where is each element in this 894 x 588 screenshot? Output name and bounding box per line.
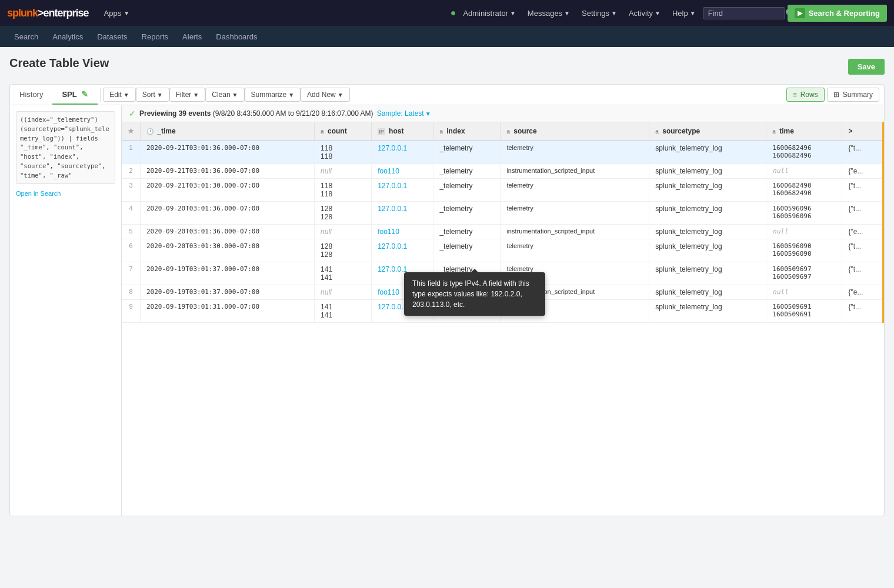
cell-time2: 16006824901600682490 bbox=[766, 179, 842, 202]
clean-chevron-icon: ▼ bbox=[232, 92, 238, 98]
summary-view-button[interactable]: ⊞ Summary bbox=[827, 88, 879, 102]
apps-label: Apps bbox=[104, 9, 122, 18]
summary-grid-icon: ⊞ bbox=[833, 91, 839, 99]
cell-time: 2020-09-21T03:01:36.000-07:00 bbox=[141, 141, 315, 164]
alpha-icon-source: a bbox=[506, 128, 510, 135]
pencil-icon: ✎ bbox=[81, 89, 88, 99]
clean-label: Clean bbox=[212, 91, 230, 99]
nav-analytics[interactable]: Analytics bbox=[45, 28, 90, 46]
cell-index: _telemetry bbox=[433, 225, 501, 239]
help-menu[interactable]: Help ▼ bbox=[668, 6, 700, 20]
nav-search[interactable]: Search bbox=[7, 28, 45, 46]
cell-source: telemetry bbox=[501, 202, 649, 225]
admin-chevron-icon: ▼ bbox=[510, 10, 516, 16]
cell-raw: {"t... bbox=[842, 262, 883, 285]
cell-host: 127.0.0.1 bbox=[372, 141, 433, 164]
row-number: 3 bbox=[122, 179, 141, 202]
cell-time2: 16005096971600509697 bbox=[766, 262, 842, 285]
cell-host: foo110 bbox=[372, 225, 433, 239]
find-box[interactable]: Find 🔍 bbox=[703, 7, 785, 19]
cell-index: _telemetry bbox=[433, 202, 501, 225]
cell-sourcetype: splunk_telemetry_log bbox=[649, 179, 766, 202]
second-nav: Search Analytics Datasets Reports Alerts… bbox=[0, 26, 894, 47]
tab-spl[interactable]: SPL ✎ bbox=[52, 85, 98, 105]
settings-menu[interactable]: Settings ▼ bbox=[577, 6, 622, 20]
table-row: 12020-09-21T03:01:36.000-07:00118118127.… bbox=[122, 141, 883, 164]
col-host-label: host bbox=[389, 127, 403, 135]
cell-sourcetype: splunk_telemetry_log bbox=[649, 300, 766, 323]
settings-label: Settings bbox=[582, 9, 609, 18]
apps-menu[interactable]: Apps ▼ bbox=[98, 6, 136, 20]
col-count: a count bbox=[315, 122, 372, 141]
edit-label: Edit bbox=[109, 91, 122, 99]
row-number: 9 bbox=[122, 300, 141, 323]
table-row: 52020-09-20T03:01:36.000-07:00nullfoo110… bbox=[122, 225, 883, 239]
cell-sourcetype: splunk_telemetry_log bbox=[649, 285, 766, 300]
find-label: Find bbox=[708, 9, 723, 18]
activity-menu[interactable]: Activity ▼ bbox=[624, 6, 665, 20]
search-reporting-button[interactable]: ▶ Search & Reporting bbox=[788, 5, 887, 22]
cell-sourcetype: splunk_telemetry_log bbox=[649, 202, 766, 225]
settings-chevron-icon: ▼ bbox=[611, 10, 617, 16]
cell-time2: 16006824961600682496 bbox=[766, 141, 842, 164]
add-new-chevron-icon: ▼ bbox=[338, 92, 343, 98]
nav-datasets[interactable]: Datasets bbox=[90, 28, 134, 46]
cell-time: 2020-09-20T03:01:36.000-07:00 bbox=[141, 225, 315, 239]
clean-button[interactable]: Clean ▼ bbox=[205, 88, 244, 102]
cell-source: instrumentation_scripted_input bbox=[501, 225, 649, 239]
rows-icon: ≡ bbox=[793, 91, 797, 99]
cell-time: 2020-09-19T03:01:31.000-07:00 bbox=[141, 300, 315, 323]
cell-time: 2020-09-20T03:01:36.000-07:00 bbox=[141, 202, 315, 225]
col-sourcetype-label: sourcetype bbox=[662, 127, 700, 135]
tooltip-text: This field is type IPv4. A field with th… bbox=[412, 279, 529, 309]
table-row: 32020-09-21T03:01:30.000-07:00118118127.… bbox=[122, 179, 883, 202]
tab-history[interactable]: History bbox=[10, 85, 52, 105]
filter-label: Filter bbox=[176, 91, 192, 99]
add-new-button[interactable]: Add New ▼ bbox=[301, 88, 350, 102]
cell-index: _telemetry bbox=[433, 179, 501, 202]
filter-chevron-icon: ▼ bbox=[193, 92, 199, 98]
cell-source: telemetry bbox=[501, 141, 649, 164]
col-time2: a time bbox=[766, 122, 842, 141]
col-index: a index bbox=[433, 122, 501, 141]
nav-right: ● Administrator ▼ Messages ▼ Settings ▼ … bbox=[451, 5, 887, 22]
preview-text: Previewing 39 events (9/8/20 8:43:50.000… bbox=[139, 109, 373, 118]
nav-reports[interactable]: Reports bbox=[135, 28, 176, 46]
messages-label: Messages bbox=[528, 9, 562, 18]
cell-count: null bbox=[315, 164, 372, 179]
table-header-row: ★ 🕐 _time a count IP host bbox=[122, 122, 883, 141]
cell-raw: {"t... bbox=[842, 202, 883, 225]
sort-button[interactable]: Sort ▼ bbox=[136, 88, 169, 102]
cell-count: 141141 bbox=[315, 262, 372, 285]
col-host: IP host bbox=[372, 122, 433, 141]
preview-date-range: (9/8/20 8:43:50.000 AM to 9/21/20 8:16:0… bbox=[213, 109, 373, 118]
cell-raw: {"e... bbox=[842, 225, 883, 239]
cell-time2: 16005960961600596096 bbox=[766, 202, 842, 225]
rows-view-button[interactable]: ≡ Rows bbox=[786, 88, 825, 102]
sort-chevron-icon: ▼ bbox=[157, 92, 163, 98]
nav-alerts[interactable]: Alerts bbox=[175, 28, 209, 46]
summarize-button[interactable]: Summarize ▼ bbox=[245, 88, 301, 102]
col-raw: > bbox=[842, 122, 883, 141]
alpha-icon-sourcetype: a bbox=[655, 128, 659, 135]
save-button[interactable]: Save bbox=[848, 59, 885, 75]
cell-index: _telemetry bbox=[433, 141, 501, 164]
col-time-label: _time bbox=[157, 127, 175, 135]
cell-source: telemetry bbox=[501, 179, 649, 202]
nav-dashboards[interactable]: Dashboards bbox=[209, 28, 264, 46]
find-input[interactable] bbox=[726, 9, 785, 18]
sample-button[interactable]: Sample: Latest ▼ bbox=[377, 109, 431, 118]
filter-button[interactable]: Filter ▼ bbox=[169, 88, 206, 102]
administrator-menu[interactable]: Administrator ▼ bbox=[458, 6, 520, 20]
add-new-label: Add New bbox=[307, 91, 336, 99]
cell-raw: {"e... bbox=[842, 164, 883, 179]
splunk-logo: splunk>enterprise bbox=[7, 7, 89, 19]
open-in-search-link[interactable]: Open in Search bbox=[16, 190, 115, 197]
cell-raw: {"t... bbox=[842, 300, 883, 323]
edit-button[interactable]: Edit ▼ bbox=[103, 88, 136, 102]
col-count-label: count bbox=[328, 127, 347, 135]
table-container: ★ 🕐 _time a count IP host bbox=[122, 122, 884, 323]
messages-menu[interactable]: Messages ▼ bbox=[523, 6, 575, 20]
cell-time2: 16005960901600596090 bbox=[766, 239, 842, 262]
cell-count: 118118 bbox=[315, 141, 372, 164]
